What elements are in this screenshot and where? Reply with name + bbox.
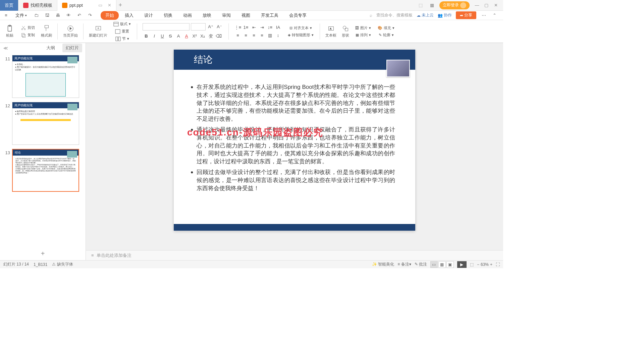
- tab-insert[interactable]: 插入: [120, 11, 138, 20]
- tab-present-icon[interactable]: ▭: [98, 3, 102, 8]
- thumbnail-row[interactable]: 11 用户功能实现 ● 本系统…● 用户端功能设计：首页功能模块展示可以包含素基…: [3, 55, 82, 98]
- tab-home[interactable]: 首页: [0, 0, 18, 11]
- collab-button[interactable]: 👥 协作: [438, 12, 452, 18]
- login-button[interactable]: 立即登录: [439, 1, 470, 9]
- increase-font-icon[interactable]: A⁺: [207, 23, 214, 31]
- reading-view-button[interactable]: ▣: [446, 261, 454, 268]
- undo-icon[interactable]: ↶: [76, 12, 83, 19]
- beautify-button[interactable]: ✨ 智能美化: [372, 262, 394, 267]
- reset-button[interactable]: 重置: [114, 28, 130, 35]
- decrease-font-icon[interactable]: A⁻: [216, 23, 223, 31]
- arrange-button[interactable]: ▦ 排列▾: [355, 32, 372, 38]
- tab-start[interactable]: 开始: [101, 11, 119, 20]
- fit-button[interactable]: ⛶: [496, 262, 500, 267]
- tab-slideshow[interactable]: 放映: [198, 11, 216, 20]
- clear-format-button[interactable]: ⌫: [215, 33, 222, 40]
- align-vert-button[interactable]: ↕: [274, 32, 282, 39]
- cloud-status[interactable]: ☁ 未上云: [417, 12, 434, 18]
- text-direction-button[interactable]: IA: [274, 24, 282, 31]
- align-left-button[interactable]: ≡: [234, 32, 241, 39]
- slide-title[interactable]: 结论: [194, 53, 213, 66]
- copy-button[interactable]: 复制: [20, 32, 36, 39]
- layout-icon[interactable]: ⬚: [417, 1, 425, 9]
- slide[interactable]: 结论 在开发系统的过程中，本人运用到Spring Boot技术和平时学习中所了解…: [174, 50, 415, 231]
- tab-design[interactable]: 设计: [140, 11, 158, 20]
- zoom-in-button[interactable]: +: [490, 262, 492, 267]
- share-button[interactable]: ➦ 分享: [456, 11, 476, 19]
- redo-icon[interactable]: ↷: [87, 12, 93, 19]
- tab-close-icon[interactable]: ✕: [108, 3, 111, 8]
- smartart-button[interactable]: ◈ 转智能图形▾: [287, 32, 314, 38]
- align-center-button[interactable]: ≡: [242, 32, 250, 39]
- layout-button[interactable]: 版式▾: [113, 21, 131, 27]
- cut-button[interactable]: 剪切: [20, 24, 36, 31]
- close-button[interactable]: ✕: [492, 1, 500, 9]
- file-menu[interactable]: 文件▾: [13, 12, 29, 18]
- subscript-button[interactable]: X₂: [199, 33, 206, 40]
- thumbnail-row[interactable]: 13 结论 ● 在开发系统的过程中，本人运用到Spring Boot技术和平时学…: [3, 149, 82, 192]
- bold-button[interactable]: B: [143, 33, 150, 40]
- tab-document[interactable]: ppt.ppt ▭ ✕: [57, 0, 116, 11]
- align-right-button[interactable]: ≡: [250, 32, 258, 39]
- indent-inc-button[interactable]: ⇥: [258, 24, 266, 31]
- tab-animation[interactable]: 动画: [178, 11, 197, 20]
- shapes-button[interactable]: 形状: [340, 24, 351, 39]
- collapse-ribbon-icon[interactable]: ⌃: [491, 12, 498, 19]
- search-hint[interactable]: 查找命令、搜索模板: [376, 12, 413, 18]
- strike-button[interactable]: S: [167, 33, 174, 40]
- slideshow-button[interactable]: ▶: [457, 261, 467, 268]
- from-current-button[interactable]: 当页开始: [62, 24, 79, 39]
- tab-dev[interactable]: 开发工具: [256, 11, 283, 20]
- open-icon[interactable]: 🗀: [33, 12, 40, 19]
- picture-button[interactable]: 🖼 图片▾: [355, 25, 372, 31]
- change-case-button[interactable]: 变: [207, 33, 214, 40]
- notes-toggle[interactable]: ≡ 备注▾: [397, 262, 411, 267]
- zoom-level[interactable]: 63%: [481, 262, 489, 267]
- missing-font-warning[interactable]: ⚠ 缺失字体: [52, 262, 73, 267]
- fill-button[interactable]: 🎨 填充▾: [377, 25, 395, 31]
- font-color-button[interactable]: A: [183, 33, 190, 40]
- outline-button[interactable]: ✎ 轮廓▾: [378, 32, 394, 38]
- notes-pane[interactable]: ≡单击此处添加备注: [86, 250, 503, 260]
- new-tab-button[interactable]: +: [116, 1, 124, 9]
- textbox-button[interactable]: A文本框: [324, 24, 338, 39]
- outline-tab[interactable]: 大纲: [43, 44, 58, 52]
- thumbnail[interactable]: 用户功能实现 ● 购买商品及订单管理● 用户登录后可以在个人后台查看属于自己的购…: [12, 102, 79, 145]
- highlight-button[interactable]: A: [175, 33, 182, 40]
- save-icon[interactable]: 🖫: [44, 12, 50, 19]
- paste-button[interactable]: 粘贴: [5, 24, 15, 39]
- more-icon[interactable]: ⋯: [480, 12, 487, 19]
- tab-templates[interactable]: 找稻壳模板: [18, 0, 57, 11]
- print-icon[interactable]: 🖶: [54, 12, 61, 19]
- bullets-button[interactable]: ⋮≡: [234, 24, 241, 31]
- tab-review[interactable]: 审阅: [217, 11, 235, 20]
- normal-view-button[interactable]: ▭: [430, 261, 438, 268]
- line-spacing-button[interactable]: ↕≡: [266, 24, 274, 31]
- font-family-input[interactable]: [143, 23, 190, 31]
- apps-icon[interactable]: ▦: [428, 1, 436, 9]
- hamburger-icon[interactable]: ≡: [3, 12, 9, 19]
- sorter-view-button[interactable]: ▦: [438, 261, 446, 268]
- print-preview-icon[interactable]: 👁: [65, 12, 72, 19]
- align-text-button[interactable]: ⊟ 对齐文本▾: [289, 25, 313, 31]
- thumbnail[interactable]: 用户功能实现 ● 本系统…● 用户端功能设计：首页功能模块展示可以包含素基信息查…: [12, 55, 79, 98]
- collapse-panel-icon[interactable]: ≪: [3, 46, 8, 51]
- tab-view[interactable]: 视图: [237, 11, 255, 20]
- search-icon[interactable]: ⌕: [370, 13, 372, 18]
- thumbnail-row[interactable]: 12 用户功能实现 ● 购买商品及订单管理● 用户登录后可以在个人后台查看属于自…: [3, 102, 82, 145]
- section-button[interactable]: 节▾: [115, 36, 130, 42]
- add-slide-button[interactable]: +: [0, 247, 86, 260]
- tab-transition[interactable]: 切换: [159, 11, 177, 20]
- slide-body[interactable]: 在开发系统的过程中，本人运用到Spring Boot技术和平时学习中所了解的一些…: [174, 70, 415, 202]
- thumbnail[interactable]: 结论 ● 在开发系统的过程中，本人运用到Spring Boot技术和平时学习中所…: [12, 149, 79, 192]
- underline-button[interactable]: U: [159, 33, 166, 40]
- font-size-input[interactable]: [191, 23, 206, 31]
- slides-tab[interactable]: 幻灯片: [62, 44, 82, 52]
- zoom-out-button[interactable]: −: [477, 262, 479, 267]
- comments-button[interactable]: ✎ 批注: [415, 262, 427, 267]
- minimize-button[interactable]: —: [473, 1, 481, 9]
- tab-vip[interactable]: 会员专享: [284, 11, 311, 20]
- format-painter-button[interactable]: 格式刷: [40, 24, 53, 39]
- align-justify-button[interactable]: ≡: [258, 32, 266, 39]
- new-slide-button[interactable]: 新建幻灯片: [88, 24, 109, 39]
